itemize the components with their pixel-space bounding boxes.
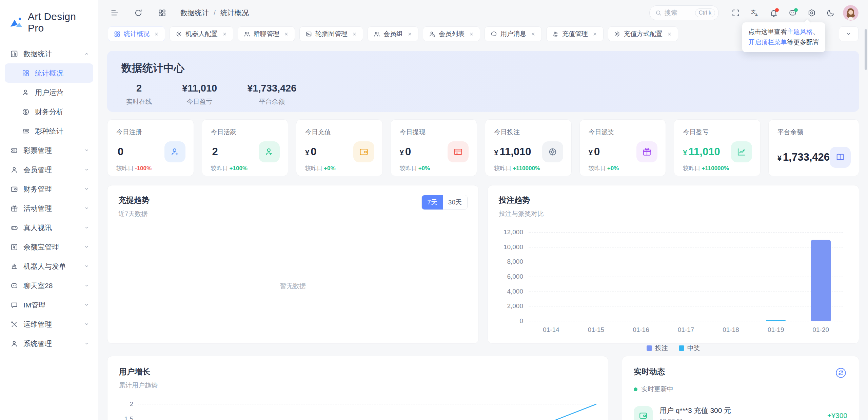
sidebar-item-finance-mgmt[interactable]: 财务管理 <box>0 179 98 199</box>
tab-label: 充值方式配置 <box>624 29 663 38</box>
sidebar-item-label: 活动管理 <box>23 204 83 213</box>
breadcrumb-item[interactable]: 数据统计 <box>180 8 209 18</box>
collapse-menu-button[interactable] <box>108 6 121 20</box>
stat-card-compare: 较昨日-100% <box>116 164 185 172</box>
gamepad-icon <box>10 224 18 232</box>
close-icon[interactable] <box>283 31 289 37</box>
comment-icon <box>490 31 497 38</box>
live-dot <box>634 387 637 391</box>
search-shortcut-badge: Ctrl k <box>695 8 715 17</box>
sidebar-item-label: 彩票管理 <box>23 146 83 155</box>
global-search[interactable]: Ctrl k <box>649 5 719 20</box>
sidebar-item-ops-mgmt[interactable]: 运维管理 <box>0 315 98 334</box>
sidebar-item-label: 统计概况 <box>35 68 85 78</box>
sidebar-item-data-stats[interactable]: 数据统计 <box>0 44 98 63</box>
chevron-down-icon <box>83 282 90 289</box>
ledger-icon <box>830 147 851 168</box>
sidebar-item-lottery-mgmt[interactable]: 彩票管理 <box>0 141 98 160</box>
close-icon[interactable] <box>469 31 474 37</box>
sidebar-item-finance-analysis[interactable]: 财务分析 <box>0 102 98 121</box>
range-7d-button[interactable]: 7天 <box>422 195 443 209</box>
close-icon[interactable] <box>407 31 413 37</box>
chevron-down-icon <box>83 340 90 347</box>
tab-carousel-mgmt[interactable]: 轮播图管理 <box>299 26 363 41</box>
tab-recharge-method-config[interactable]: 充值方式配置 <box>608 26 678 41</box>
range-30d-button[interactable]: 30天 <box>443 195 467 209</box>
close-icon[interactable] <box>154 31 159 37</box>
sidebar-item-live-video[interactable]: 真人视讯 <box>0 218 98 237</box>
bar-chart-y-axis: 02,0004,0006,0008,00010,00012,000 <box>499 233 529 321</box>
activity-list-item: 用户 q***3 充值 300 元 19:57:01 +¥300 <box>634 406 847 420</box>
settings-button[interactable] <box>805 6 818 20</box>
sidebar-item-activity-mgmt[interactable]: 活动管理 <box>0 199 98 218</box>
gift-icon <box>10 204 18 213</box>
assistant-button[interactable] <box>786 6 800 20</box>
stat-card-title: 平台余额 <box>777 128 851 137</box>
sidebar-item-yuebao-mgmt[interactable]: 余额宝管理 <box>0 237 98 257</box>
sidebar-item-label: 机器人与发单 <box>23 262 83 271</box>
close-icon[interactable] <box>352 31 357 37</box>
legend-item[interactable]: 投注 <box>647 344 668 353</box>
sidebar-item-stats-overview[interactable]: 统计概况 <box>5 63 93 83</box>
tabs-collapse-button[interactable] <box>839 26 859 41</box>
user-avatar[interactable] <box>843 5 859 21</box>
refresh-page-button[interactable] <box>132 6 145 20</box>
dollar-circle-icon <box>22 108 30 116</box>
sidebar-item-robot-orders[interactable]: 机器人与发单 <box>0 257 98 276</box>
tab-user-messages[interactable]: 用户消息 <box>485 26 542 41</box>
scrollbar-thumb[interactable] <box>865 29 867 70</box>
logo-mountain-icon <box>9 16 23 29</box>
sidebar-item-system-mgmt[interactable]: 系统管理 <box>0 334 98 353</box>
empty-data-text: 暂无数据 <box>107 282 478 291</box>
language-button[interactable]: 文A <box>748 6 762 20</box>
legend-item[interactable]: 中奖 <box>679 344 700 353</box>
breadcrumb-item[interactable]: 统计概况 <box>220 8 249 18</box>
close-icon[interactable] <box>530 31 536 37</box>
grid-icon <box>22 69 30 77</box>
close-icon[interactable] <box>222 31 228 37</box>
notifications-button[interactable] <box>767 6 781 20</box>
search-input[interactable] <box>665 9 692 17</box>
tab-member-group[interactable]: 会员组 <box>368 26 418 41</box>
user-heart-icon <box>22 88 30 97</box>
tab-stats-overview[interactable]: 统计概况 <box>108 26 165 41</box>
sidebar-item-im-mgmt[interactable]: IM管理 <box>0 295 98 315</box>
chart-title: 用户增长 <box>119 366 596 377</box>
tooltip-link-theme[interactable]: 主题风格 <box>787 28 813 35</box>
svg-text:A: A <box>755 13 758 17</box>
stat-card-compare: 较昨日+110000% <box>683 164 752 172</box>
refresh-icon <box>134 8 143 17</box>
tab-recharge-mgmt[interactable]: 充值管理 <box>546 26 604 41</box>
y-tick-label: 2,000 <box>507 302 523 310</box>
tooltip-link-topbar-menu[interactable]: 开启顶栏菜单 <box>748 39 787 46</box>
users-icon <box>243 31 251 38</box>
refresh-activity-button[interactable] <box>834 366 847 379</box>
x-tick-label: 01-19 <box>753 326 798 334</box>
user-icon <box>10 166 18 174</box>
sidebar-item-member-mgmt[interactable]: 会员管理 <box>0 160 98 179</box>
y-tick-label: 8,000 <box>507 258 523 265</box>
apps-grid-button[interactable] <box>155 6 169 20</box>
fullscreen-icon <box>731 8 740 17</box>
chevron-down-icon <box>83 186 90 192</box>
message-square-icon <box>10 301 18 309</box>
fullscreen-button[interactable] <box>729 6 743 20</box>
sidebar-item-user-operation[interactable]: 用户运营 <box>0 83 98 102</box>
sidebar-item-lottery-stats[interactable]: 彩种统计 <box>0 121 98 141</box>
legend-swatch <box>647 345 652 351</box>
line-chart-plot <box>138 401 596 420</box>
tab-group-chat[interactable]: 群聊管理 <box>238 26 295 41</box>
dark-mode-button[interactable] <box>824 6 837 20</box>
stat-card-title: 今日投注 <box>494 128 563 137</box>
tooltip-text: 等更多配置 <box>787 39 819 46</box>
tab-robot-config[interactable]: 机器人配置 <box>170 26 233 41</box>
chart-subtitle: 近7天数据 <box>118 209 150 218</box>
chart-subtitle: 累计用户趋势 <box>119 381 596 390</box>
tab-label: 机器人配置 <box>185 29 218 38</box>
close-icon[interactable] <box>667 31 672 37</box>
sidebar-item-chatroom[interactable]: 聊天室28 <box>0 276 98 295</box>
sidebar-item-label: 财务管理 <box>23 184 83 194</box>
tab-member-list[interactable]: 会员列表 <box>423 26 480 41</box>
close-icon[interactable] <box>592 31 598 37</box>
gridline <box>529 232 843 233</box>
